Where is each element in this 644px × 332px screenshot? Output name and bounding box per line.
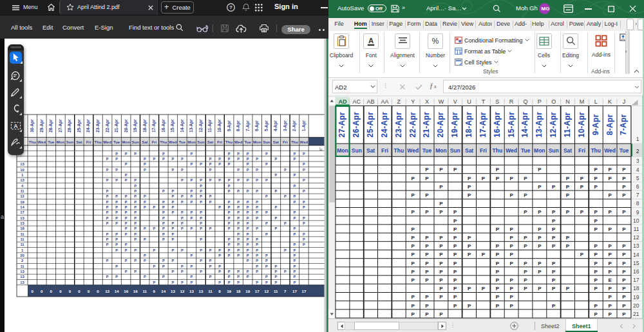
svg-text:P: P [524, 286, 527, 291]
svg-text:Fri: Fri [283, 140, 288, 144]
svg-text:6: 6 [636, 183, 639, 189]
svg-text:P: P [294, 248, 296, 252]
svg-text:22-Apr: 22-Apr [105, 119, 110, 133]
svg-text:P: P [294, 216, 296, 220]
svg-text:P: P [303, 243, 305, 246]
svg-text:P: P [153, 281, 155, 284]
svg-text:P: P [524, 243, 527, 249]
svg-text:P: P [412, 302, 415, 308]
svg-text:P: P [622, 311, 626, 317]
svg-text:P: P [552, 183, 556, 189]
svg-text:AB: AB [367, 98, 375, 105]
svg-text:P: P [125, 200, 128, 204]
svg-text:P: P [200, 216, 202, 220]
svg-text:P: P [200, 189, 202, 193]
svg-text:P: P [439, 268, 443, 274]
svg-text:P: P [237, 237, 240, 241]
svg-text:P: P [134, 232, 137, 236]
svg-text:Sun: Sun [263, 140, 270, 144]
svg-text:Sat: Sat [465, 147, 473, 154]
svg-text:1-Apr: 1-Apr [301, 120, 307, 131]
svg-text:P: P [468, 192, 471, 198]
svg-text:P: P [608, 311, 612, 317]
svg-text:P: P [439, 260, 443, 266]
svg-text:P: P [134, 210, 137, 214]
svg-text:16-Apr: 16-Apr [493, 111, 502, 137]
svg-text:P: P [284, 221, 287, 225]
svg-text:P: P [265, 281, 268, 284]
svg-text:P: P [200, 237, 202, 241]
svg-text:P: P [125, 248, 128, 252]
svg-text:P: P [106, 237, 109, 241]
svg-text:17-Apr: 17-Apr [151, 119, 156, 133]
svg-text:11: 11 [274, 289, 278, 293]
svg-text:P: P [218, 157, 221, 161]
svg-text:P: P [294, 210, 296, 214]
svg-text:P: P [247, 243, 249, 246]
svg-text:P: P [594, 243, 598, 249]
svg-text:P: P [115, 168, 118, 172]
svg-text:Thu: Thu [394, 147, 404, 154]
svg-text:17: 17 [633, 277, 639, 283]
svg-text:P: P [191, 194, 193, 198]
svg-text:19: 19 [245, 289, 250, 293]
svg-text:P: P [162, 232, 165, 236]
svg-text:P: P [256, 168, 258, 172]
svg-text:25-Apr: 25-Apr [77, 119, 82, 133]
svg-text:0: 0 [78, 289, 80, 293]
svg-text:P: P [453, 243, 457, 249]
svg-text:P: P [106, 178, 109, 182]
svg-text:P: P [181, 281, 184, 284]
svg-text:P: P [509, 302, 513, 308]
svg-text:P: P [144, 194, 146, 198]
svg-text:P: P [439, 183, 443, 189]
svg-text:P: P [482, 252, 486, 257]
svg-text:P: P [594, 167, 598, 172]
svg-text:P: P [115, 237, 118, 241]
svg-text:P: P [237, 221, 240, 225]
svg-text:P: P [134, 194, 137, 198]
svg-text:P: P [256, 200, 258, 204]
svg-text:P: P [191, 152, 193, 156]
svg-text:T: T [482, 98, 486, 105]
svg-text:10: 10 [633, 217, 639, 223]
svg-text:P: P [115, 178, 118, 182]
svg-text:19: 19 [20, 200, 24, 204]
svg-text:P: P [439, 294, 443, 300]
svg-text:P: P [303, 200, 305, 204]
svg-text:P: P [200, 162, 202, 166]
svg-text:P: P [134, 237, 137, 241]
svg-text:P: P [538, 243, 542, 249]
svg-text:30-Apr: 30-Apr [30, 119, 35, 133]
svg-text:U: U [467, 98, 471, 105]
svg-text:P: P [303, 189, 305, 193]
svg-text:24-Apr: 24-Apr [86, 119, 91, 133]
svg-text:P: P [412, 226, 415, 232]
svg-text:6: 6 [153, 289, 156, 293]
svg-text:13: 13 [20, 270, 24, 273]
svg-text:P: P [256, 281, 258, 284]
svg-text:11-Apr: 11-Apr [208, 119, 213, 132]
svg-text:5: 5 [636, 174, 639, 181]
svg-text:P: P [412, 243, 415, 249]
svg-text:2: 2 [21, 259, 23, 263]
svg-text:11-Apr: 11-Apr [563, 112, 572, 137]
svg-text:0: 0 [32, 289, 34, 293]
svg-text:P: P [622, 252, 626, 257]
svg-text:P: P [622, 175, 626, 181]
svg-text:P: P [134, 178, 137, 182]
svg-text:P: P [115, 157, 118, 161]
svg-text:P: P [622, 192, 626, 198]
svg-text:P: P [237, 248, 240, 252]
svg-text:Thu: Thu [493, 147, 503, 154]
svg-text:Sat: Sat [366, 147, 375, 154]
svg-text:P: P [209, 178, 212, 182]
svg-text:P: P [237, 157, 240, 161]
svg-text:P: P [594, 277, 598, 282]
svg-text:P: P [191, 275, 193, 279]
svg-text:20-Apr: 20-Apr [436, 111, 445, 137]
svg-text:P: P [153, 157, 155, 161]
svg-text:P: P [608, 286, 612, 291]
svg-text:P: P [228, 243, 231, 246]
svg-text:P: P [538, 260, 542, 266]
